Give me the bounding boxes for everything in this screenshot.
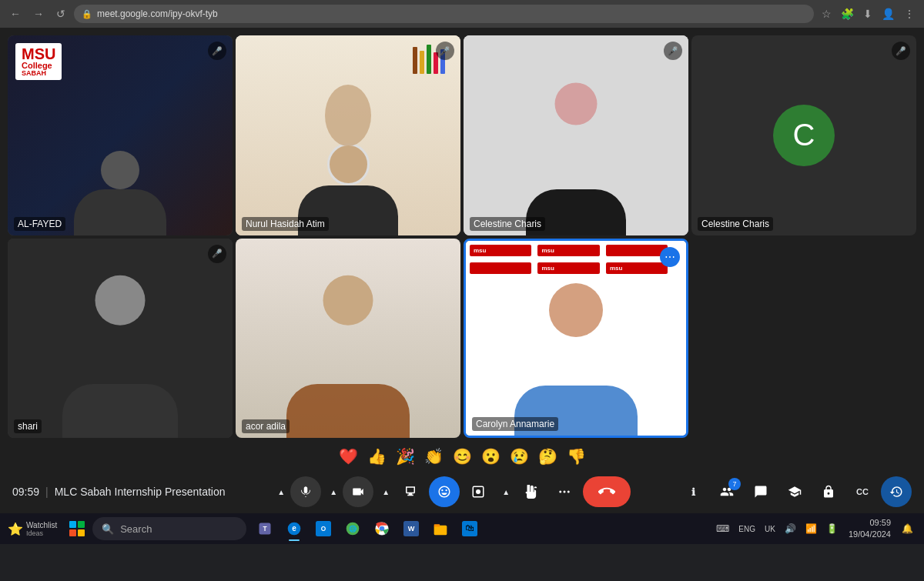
svg-point-3 [564,491,566,493]
taskbar-app-teams[interactable]: T [251,515,279,543]
meeting-title: MLC Sabah Internship Presentation [55,486,226,498]
chat-button[interactable] [745,476,776,507]
region-icon[interactable]: UK [762,523,778,535]
svg-text:🛍: 🛍 [465,523,474,533]
info-button[interactable]: ℹ [678,476,708,507]
record-button[interactable] [463,476,494,507]
camera-up-arrow[interactable]: ▲ [324,476,343,507]
svg-point-4 [567,491,570,493]
mic-muted-shari: 🎤 [208,245,226,263]
mic-up-arrow[interactable]: ▲ [272,476,290,507]
url-text: meet.google.com/ipy-okvf-tyb [97,8,218,19]
reaction-heart[interactable]: ❤️ [339,447,358,466]
network-icon[interactable]: 📶 [802,522,820,536]
people-button[interactable]: 7 [711,476,742,507]
meet-right-actions: ℹ 7 CC [678,476,912,507]
reaction-thumbsup[interactable]: 👍 [367,447,387,466]
svg-point-1 [476,489,480,494]
bookmark-icon[interactable]: ☆ [819,6,835,22]
mic-muted-celestine2: 🎤 [892,42,910,60]
participant-label-al-fayed: AL-FAYED [14,217,65,231]
more-options-carolyn[interactable]: ⋯ [660,247,680,267]
hand-control-group: ▲ [497,476,546,507]
search-placeholder: Search [120,523,152,535]
captions-button[interactable]: CC [847,476,878,507]
start-button[interactable] [63,515,91,543]
svg-text:O: O [321,525,326,533]
volume-icon[interactable]: 🔊 [782,522,799,536]
lang-icon[interactable]: ENG [735,523,758,535]
present-control-group: ▲ [377,476,426,507]
timer-button[interactable] [881,476,912,507]
menu-icon[interactable]: ⋮ [901,6,918,22]
participant-label-carolyn: Carolyn Annamarie [472,417,558,431]
svg-text:W: W [408,525,415,533]
svg-text:🌐: 🌐 [349,525,357,533]
mic-control-group: ▲ [272,476,321,507]
present-button[interactable] [395,476,426,507]
meeting-controls: ▲ ▲ ▲ [232,476,672,507]
mic-muted-al-fayed: 🎤 [208,42,226,60]
reaction-thumbsdown[interactable]: 👎 [567,447,586,466]
video-tile-nurul: 🎤 Nurul Hasidah Atim [236,35,460,235]
taskbar-search[interactable]: 🔍 Search [92,517,246,540]
lock-icon: 🔒 [82,9,92,19]
taskbar-app-explorer[interactable] [427,515,454,543]
participant-label-acor: acor adila [242,419,290,433]
taskbar-apps: T e O 🌐 W 🛍 [251,515,484,543]
hand-up-arrow[interactable]: ▲ [497,476,515,507]
svg-point-2 [560,491,562,493]
download-icon[interactable]: ⬇ [860,6,875,22]
taskbar-app-maps[interactable]: 🌐 [339,515,367,543]
svg-text:e: e [292,524,296,533]
taskbar-clock[interactable]: 09:59 19/04/2024 [844,516,896,543]
lock-button[interactable] [813,476,844,507]
battery-icon[interactable]: 🔋 [823,522,841,536]
svg-text:T: T [263,525,267,533]
forward-button[interactable]: → [29,6,48,22]
taskbar-app-edge[interactable]: e [280,515,308,543]
back-button[interactable]: ← [6,6,25,22]
participant-label-celestine1: Celestine Charis [470,217,545,231]
participant-label-nurul: Nurul Hasidah Atim [242,217,329,231]
url-bar[interactable]: 🔒 meet.google.com/ipy-okvf-tyb [74,5,814,23]
taskbar-right: ⌨ ENG UK 🔊 📶 🔋 09:59 19/04/2024 🔔 [713,516,921,543]
reaction-sad[interactable]: 😢 [510,447,529,466]
extensions-icon[interactable]: 🧩 [838,6,857,22]
notification-icon[interactable]: 🔔 [899,522,916,536]
svg-rect-18 [434,524,440,526]
keyboard-icon[interactable]: ⌨ [713,522,732,536]
video-tile-celestine-1: 🎤 Celestine Charis [464,35,688,235]
taskbar-app-chrome[interactable] [368,515,396,543]
watchlist-button[interactable]: ⭐ Watchlist Ideas [3,521,62,537]
reaction-smile[interactable]: 😊 [453,447,472,466]
video-tile-acor: acor adila [236,239,460,439]
mic-muted-nurul: 🎤 [436,42,454,60]
camera-button[interactable] [343,476,373,507]
taskbar-app-store[interactable]: 🛍 [456,515,484,543]
raise-hand-button[interactable] [515,476,546,507]
mic-button[interactable] [290,476,321,507]
reaction-party[interactable]: 🎉 [396,447,415,466]
refresh-button[interactable]: ↺ [52,6,69,22]
participant-label-celestine2: Celestine Charis [698,217,773,231]
taskbar-app-outlook[interactable]: O [310,515,337,543]
reaction-clap[interactable]: 👏 [424,447,444,466]
mic-muted-celestine1: 🎤 [664,42,682,60]
meet-container: MSU College SABAH 🎤 AL-FAYED [0,28,924,513]
video-tile-celestine-2: C 🎤 Celestine Charis [691,35,916,235]
present-up-arrow[interactable]: ▲ [377,476,395,507]
clock-time: 09:59 [849,517,891,529]
meet-bottom-bar: 09:59 | MLC Sabah Internship Presentatio… [0,470,924,513]
reaction-thinking[interactable]: 🤔 [538,447,557,466]
profile-icon[interactable]: 👤 [879,6,898,22]
reaction-surprised[interactable]: 😮 [481,447,500,466]
more-options-button[interactable] [549,476,580,507]
people-badge: 7 [728,478,741,490]
end-call-button[interactable] [583,476,631,507]
meeting-time: 09:59 [12,486,39,498]
video-tile-shari: 🎤 shari [8,239,233,439]
taskbar-app-word[interactable]: W [397,515,425,543]
emoji-reaction-button[interactable] [429,476,460,507]
activities-button[interactable] [779,476,810,507]
